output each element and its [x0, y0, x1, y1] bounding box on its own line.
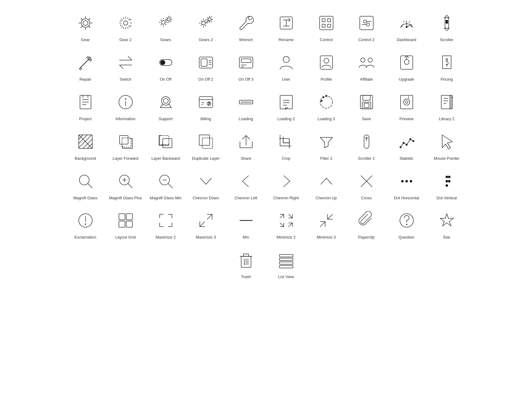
scroller2-icon — [356, 131, 377, 152]
onoff-icon — [155, 52, 177, 73]
icon-item-share: Share — [227, 131, 264, 161]
duplicatelayer-icon — [195, 131, 217, 152]
icon-item-question: Question — [388, 210, 425, 240]
icon-item-switch: Switch — [107, 52, 144, 82]
icon-item-onoff: On Off — [147, 52, 184, 82]
svg-point-33 — [446, 59, 448, 60]
dashboard-label: Dashboard — [397, 37, 416, 43]
paperclip-icon — [356, 210, 377, 231]
maximize3-label: Maximize 3 — [196, 235, 216, 240]
svg-rect-103 — [126, 214, 132, 220]
save-icon — [356, 91, 377, 113]
duplicatelayer-label: Duplicate Layer — [192, 156, 219, 161]
svg-line-82 — [88, 183, 92, 188]
onoff3-icon — [235, 52, 257, 73]
icon-item-dashboard: Dashboard — [388, 12, 425, 43]
magnifiglassmin-icon — [155, 170, 177, 192]
layerforward-label: Layer Forward — [113, 156, 139, 161]
svg-point-5 — [202, 21, 205, 25]
exclamation-icon — [75, 210, 96, 231]
background-icon — [75, 131, 96, 152]
project-label: Project — [79, 117, 91, 122]
icon-item-information: Information — [107, 91, 144, 122]
icon-item-loading3: Loading 3 — [308, 91, 345, 122]
icon-item-cross: Cross — [348, 170, 385, 201]
icon-item-paperclip: Paperclip — [348, 210, 385, 240]
icon-item-maximize3: Maximize 3 — [187, 210, 224, 240]
svg-line-107 — [200, 222, 205, 227]
icon-item-scroller2: Scroller 2 — [348, 131, 385, 161]
gears-label: Gears — [160, 37, 171, 43]
dothorizontal-label: Dot Horizontal — [394, 196, 419, 201]
icon-item-control2: Control 2 — [348, 12, 385, 43]
paperclip-label: Paperclip — [358, 235, 374, 240]
icon-item-layerbackward: Layer Backward — [147, 131, 184, 161]
gears-icon — [155, 12, 177, 34]
svg-point-26 — [283, 56, 289, 63]
icon-item-layoutgrid: Layout Grid — [107, 210, 144, 240]
profile-icon — [316, 52, 337, 73]
repair-label: Repair — [79, 77, 91, 82]
icon-item-loading2: Loading 2 — [268, 91, 305, 122]
icon-item-dotvertical: Dot Vertical — [428, 170, 465, 201]
svg-rect-104 — [119, 221, 125, 227]
chevrondown-label: Chevron Down — [193, 196, 219, 201]
icon-item-gears2: Gears 2 — [187, 12, 224, 43]
affiliate-label: Affiliate — [360, 77, 373, 82]
icon-item-dothorizontal: Dot Horizontal — [388, 170, 425, 201]
icon-item-minimize3: Minimize 3 — [308, 210, 345, 240]
information-icon — [115, 91, 136, 113]
icon-item-maximize2: Maximize 2 — [147, 210, 184, 240]
icon-item-control: Control — [308, 12, 345, 43]
dashboard-icon — [396, 12, 417, 34]
svg-rect-13 — [360, 16, 373, 30]
icon-item-magnifiglass: Magnifi Glass — [67, 170, 104, 201]
cross-icon — [356, 170, 377, 192]
upgrade-label: Upgrade — [399, 77, 414, 82]
loading3-label: Loading 3 — [317, 117, 335, 122]
svg-point-32 — [404, 59, 409, 64]
gears2-label: Gears 2 — [199, 37, 213, 43]
svg-point-51 — [325, 95, 327, 97]
support-icon — [155, 91, 177, 113]
svg-point-95 — [446, 176, 448, 178]
user-icon — [276, 52, 297, 73]
scroller2-label: Scroller 2 — [358, 156, 375, 161]
cross-label: Cross — [361, 196, 372, 201]
profile-label: Profile — [321, 77, 332, 82]
icon-item-upgrade: Upgrade — [388, 52, 425, 82]
svg-point-97 — [448, 176, 450, 178]
control2-label: Control 2 — [358, 37, 374, 43]
icon-item-magnifiglassplus: Magnifi Glass Plus — [107, 170, 144, 201]
svg-rect-69 — [120, 136, 128, 144]
icon-item-mousepointer: Mouse Pointer — [428, 131, 465, 161]
dothorizontal-icon — [396, 170, 417, 192]
listview-label: List View — [278, 274, 294, 280]
icon-item-support: Support — [147, 91, 184, 122]
chevronleft-label: Chevron Left — [234, 196, 257, 201]
wrench-label: Wrench — [239, 37, 253, 43]
svg-point-0 — [83, 21, 88, 25]
gear2-icon — [115, 12, 136, 34]
preview-label: Preview — [399, 117, 413, 122]
question-label: Question — [398, 235, 414, 240]
scroller-icon — [436, 12, 458, 34]
loading2-icon — [276, 91, 297, 113]
svg-point-30 — [368, 58, 372, 62]
icon-item-background: Background — [67, 131, 104, 161]
star-label: Star — [443, 235, 450, 240]
loading-icon — [235, 91, 257, 113]
icon-item-min: Min — [227, 210, 264, 240]
magnifiglass-icon — [75, 170, 96, 192]
svg-rect-25 — [241, 59, 251, 63]
user-label: User — [282, 77, 290, 82]
svg-rect-75 — [364, 135, 369, 148]
svg-rect-18 — [446, 20, 448, 24]
magnifiglassplus-icon — [115, 170, 136, 192]
svg-rect-12 — [328, 24, 331, 27]
icon-item-repair: Repair — [67, 52, 104, 82]
icon-item-layerforward: Layer Forward — [107, 131, 144, 161]
svg-point-79 — [412, 140, 414, 142]
onoff2-icon — [195, 52, 217, 73]
svg-point-21 — [160, 60, 165, 65]
